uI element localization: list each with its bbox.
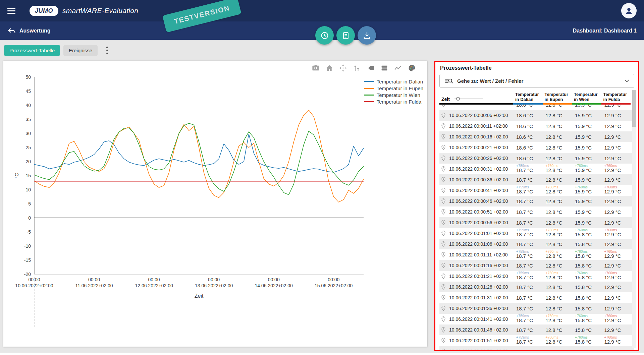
- value-text: 18.7 °C: [516, 253, 533, 259]
- table-row[interactable]: 10.06.2022 00:01:01 +02:00+759ms18.7 °C+…: [439, 228, 634, 239]
- topbar: JUMO smartWARE·Evaluation: [0, 0, 644, 21]
- value-text: 12.8 °C: [546, 295, 562, 301]
- value-text: 18.7 °C: [516, 177, 533, 183]
- svg-text:-10: -10: [24, 243, 31, 249]
- time-slider-knob[interactable]: [456, 97, 460, 101]
- clock-history-icon: [320, 31, 329, 40]
- table-row[interactable]: 10.06.2022 00:00:41 +02:00+759ms18.7 °C+…: [439, 185, 634, 196]
- value-text: 15.8 °C: [575, 306, 592, 311]
- legend-item[interactable]: Temperatur in Dalian: [364, 78, 423, 85]
- value-text: 18.7 °C: [516, 198, 533, 204]
- next-widget-area: [0, 353, 644, 355]
- table-row[interactable]: 10.06.2022 00:00:11 +02:0018.6 °C12.8 °C…: [439, 121, 634, 131]
- value-cell: +760ms15.8 °C: [572, 271, 601, 282]
- time-slider[interactable]: [454, 97, 483, 101]
- menu-icon[interactable]: [7, 8, 15, 14]
- table-row[interactable]: 10.06.2022 00:01:26 +02:0018.7 °C12.8 °C…: [439, 282, 634, 292]
- timestamp: 10.06.2022 00:00:16 +02:00: [449, 134, 508, 139]
- value-text: 18.7 °C: [516, 275, 533, 280]
- value-cell: 18.7 °C: [513, 303, 543, 314]
- compare-data-icon[interactable]: [353, 64, 361, 72]
- legend-item[interactable]: Temperatur in Eupen: [364, 85, 423, 92]
- line-chart-icon[interactable]: [394, 64, 402, 72]
- chevron-down-icon: [625, 78, 629, 84]
- value-cell: +760ms12.9 °C: [601, 164, 631, 174]
- value-text: 15.9 °C: [575, 105, 592, 108]
- value-cell: 12.8 °C: [543, 196, 572, 206]
- back-button[interactable]: Auswertung: [7, 27, 50, 34]
- pin-icon: [440, 262, 446, 269]
- value-cell: 15.8 °C: [572, 292, 601, 303]
- timestamp: 10.06.2022 00:00:51 +02:00: [449, 209, 508, 215]
- table-row[interactable]: 10.06.2022 00:00:56 +02:0018.7 °C12.8 °C…: [439, 217, 634, 228]
- layers-icon[interactable]: [380, 64, 388, 72]
- camera-icon[interactable]: [312, 64, 320, 72]
- pan-icon[interactable]: [339, 64, 347, 72]
- table-row[interactable]: 10.06.2022 00:00:36 +02:0018.7 °C12.8 °C…: [439, 174, 634, 185]
- value-cell: +760ms12.8 °C: [543, 335, 572, 346]
- table-row[interactable]: 10.06.2022 00:01:46 +02:0018.7 °C12.8 °C…: [439, 324, 634, 335]
- history-button[interactable]: [315, 26, 334, 45]
- home-icon[interactable]: [325, 64, 333, 72]
- ms-offset: +760ms: [604, 271, 617, 275]
- report-button[interactable]: [336, 26, 355, 45]
- value-text: 12.8 °C: [546, 167, 562, 173]
- table-row[interactable]: 10.06.2022 00:00:06 +02:0018.6 °C12.8 °C…: [439, 110, 634, 121]
- value-cell: +760ms15.8 °C: [572, 228, 601, 239]
- table-row[interactable]: 10.06.2022 00:00:31 +02:00+759ms18.7 °C+…: [439, 164, 634, 174]
- process-table: ZeitTemperatur in DalianTemperatur in Eu…: [439, 91, 634, 350]
- pin-icon: [440, 112, 446, 118]
- table-scrollbar-thumb[interactable]: [632, 90, 636, 127]
- value-cell: 12.8 °C: [543, 346, 572, 350]
- goto-select[interactable]: Gehe zu: Wert / Zeit / Fehler: [439, 74, 634, 88]
- value-text: 18.6 °C: [516, 156, 533, 161]
- table-row[interactable]: 10.06.2022 00:01:56 +02:0018.7 °C12.8 °C…: [439, 346, 634, 350]
- table-row[interactable]: 10.06.2022 00:01:06 +02:0018.7 °C12.8 °C…: [439, 239, 634, 249]
- table-row[interactable]: 10.06.2022 00:00:26 +02:0018.6 °C12.8 °C…: [439, 153, 634, 164]
- ms-offset: +759ms: [516, 164, 529, 168]
- table-row[interactable]: 10.06.2022 00:01:36 +02:0018.7 °C12.8 °C…: [439, 303, 634, 314]
- select-tag-icon[interactable]: [367, 64, 375, 72]
- user-avatar[interactable]: [621, 3, 637, 18]
- value-cell: 18.7 °C: [513, 260, 543, 271]
- value-text: 18.7 °C: [516, 241, 533, 247]
- svg-text:Zeit: Zeit: [195, 293, 204, 299]
- tab-ereignisse[interactable]: Ereignisse: [63, 45, 98, 56]
- value-cell: 12.8 °C: [543, 174, 572, 185]
- table-row[interactable]: 10.06.2022 00:00:46 +02:0018.7 °C12.8 °C…: [439, 196, 634, 206]
- table-row[interactable]: 10.06.2022 00:01:31 +02:0018.7 °C12.8 °C…: [439, 292, 634, 303]
- ms-offset: +760ms: [604, 228, 617, 232]
- value-cell: 12.9 °C: [601, 217, 631, 228]
- time-cell: 10.06.2022 00:01:56 +02:00: [439, 346, 513, 350]
- legend-label: Temperatur in Eupen: [377, 85, 423, 91]
- table-row[interactable]: 10.06.2022 00:01:11 +02:00+759ms18.7 °C+…: [439, 249, 634, 260]
- kebab-menu-icon[interactable]: [104, 47, 110, 54]
- table-row[interactable]: 10.06.2022 00:01:21 +02:00+759ms18.7 °C+…: [439, 271, 634, 282]
- table-row[interactable]: 10.06.2022 00:00:16 +02:0018.6 °C12.8 °C…: [439, 131, 634, 142]
- download-button[interactable]: [358, 26, 376, 45]
- value-text: 12.9 °C: [604, 134, 621, 140]
- table-row[interactable]: 10.06.2022 00:00:21 +02:0018.6 °C12.8 °C…: [439, 142, 634, 153]
- value-cell: 18.6 °C: [513, 121, 543, 131]
- table-row[interactable]: 10.06.2022 00:01:16 +02:0018.7 °C12.8 °C…: [439, 260, 634, 271]
- legend-item[interactable]: Temperatur in Fulda: [364, 98, 423, 105]
- legend-swatch: [364, 101, 374, 102]
- table-row[interactable]: 10.06.2022 00:01:51 +02:00+759ms18.7 °C+…: [439, 335, 634, 346]
- value-cell: 15.9 °C: [572, 206, 601, 217]
- timestamp: 10.06.2022 00:01:06 +02:00: [449, 241, 508, 247]
- value-text: 18.6 °C: [516, 145, 533, 151]
- svg-text:10: 10: [25, 187, 31, 192]
- ms-offset: +760ms: [546, 228, 558, 232]
- palette-icon[interactable]: [408, 64, 416, 72]
- tab-prozesswert-tabelle[interactable]: Prozesswert-Tabelle: [4, 45, 60, 56]
- svg-text:-15: -15: [24, 257, 31, 263]
- table-scrollbar[interactable]: [632, 90, 636, 348]
- legend-item[interactable]: Temperatur in Wien: [364, 92, 423, 98]
- value-text: 12.9 °C: [604, 123, 621, 129]
- table-row[interactable]: 10.06.2022 00:00:51 +02:0018.7 °C12.8 °C…: [439, 206, 634, 217]
- table-row[interactable]: 10.06.2022 00:01:41 +02:00+759ms18.7 °C+…: [439, 314, 634, 324]
- time-cell: 10.06.2022 00:01:21 +02:00: [439, 271, 513, 282]
- time-cell: 10.06.2022 00:01:06 +02:00: [439, 239, 513, 249]
- table-row[interactable]: 18.6 °C12.8 °C15.9 °C12.9 °C: [439, 105, 634, 110]
- value-cell: 15.9 °C: [572, 105, 601, 110]
